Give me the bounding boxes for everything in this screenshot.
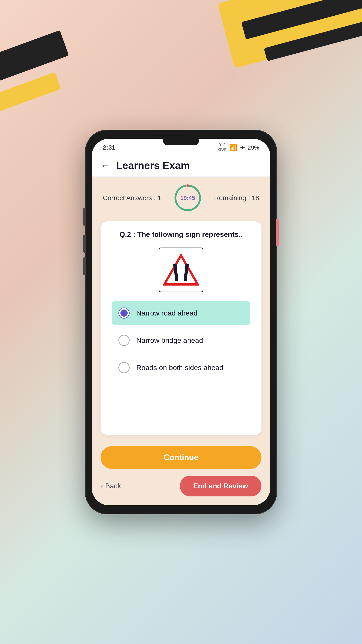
status-icons: 012 KB/S 📶 ✈ 29% <box>217 143 259 152</box>
back-arrow-button[interactable]: ← <box>100 160 109 170</box>
page-title: Learners Exam <box>116 160 190 172</box>
back-button[interactable]: ‹ Back <box>100 482 121 490</box>
phone-frame: 2:31 012 KB/S 📶 ✈ 29% ← Learners Exam Co… <box>85 130 277 514</box>
notch <box>163 139 199 145</box>
option-item-2[interactable]: Narrow bridge ahead <box>112 328 250 352</box>
svg-marker-3 <box>164 255 198 284</box>
timer-text: 19:45 <box>180 194 195 202</box>
radio-2 <box>118 335 130 346</box>
road-sign-svg <box>163 253 199 287</box>
correct-answers-label: Correct Answers : 1 <box>103 194 161 202</box>
radio-3 <box>118 362 130 373</box>
back-label: Back <box>105 482 121 490</box>
options-list: Narrow road ahead Narrow bridge ahead Ro… <box>112 301 250 380</box>
radio-1 <box>118 308 130 319</box>
question-text: Q.2 : The following sign represents.. <box>112 230 250 238</box>
option-label-1: Narrow road ahead <box>136 309 198 317</box>
option-label-3: Roads on both sides ahead <box>136 364 223 372</box>
question-card: Q.2 : The following sign represents.. <box>100 222 261 435</box>
wifi-icon: 📶 <box>229 144 237 152</box>
header: ← Learners Exam <box>92 154 270 177</box>
svg-point-2 <box>186 184 189 187</box>
road-sign-box <box>159 248 203 292</box>
bottom-nav: ‹ Back End and Review <box>100 476 261 496</box>
bottom-area: Continue ‹ Back End and Review <box>92 440 270 505</box>
back-chevron-icon: ‹ <box>100 482 103 490</box>
option-label-2: Narrow bridge ahead <box>136 336 203 344</box>
continue-button[interactable]: Continue <box>100 446 261 469</box>
battery-indicator: 29% <box>248 144 259 151</box>
option-item-3[interactable]: Roads on both sides ahead <box>112 356 250 380</box>
timer-circle: 19:45 <box>173 183 202 212</box>
radio-inner-1 <box>120 310 128 317</box>
end-review-button[interactable]: End and Review <box>180 476 261 496</box>
sign-container <box>112 248 250 292</box>
airplane-icon: ✈ <box>240 144 245 152</box>
remaining-label: Remaining : 18 <box>214 194 259 202</box>
network-speed: 012 KB/S <box>217 143 227 152</box>
status-time: 2:31 <box>103 144 115 151</box>
option-item-1[interactable]: Narrow road ahead <box>112 301 250 325</box>
phone-screen: 2:31 012 KB/S 📶 ✈ 29% ← Learners Exam Co… <box>92 139 270 505</box>
progress-area: Correct Answers : 1 19:45 Remaining : 18 <box>92 177 270 219</box>
